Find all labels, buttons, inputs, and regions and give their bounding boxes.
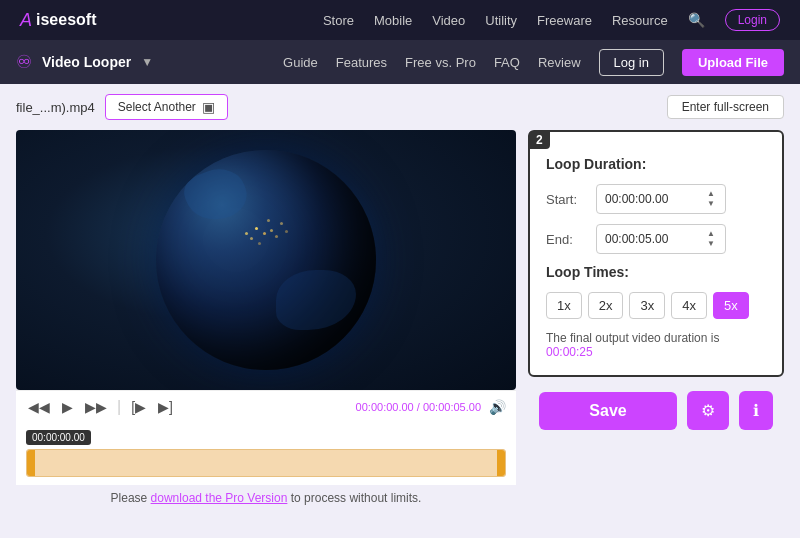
- end-spinner: ▲ ▼: [705, 229, 717, 249]
- start-spin-up[interactable]: ▲: [705, 189, 717, 199]
- loop-2x-button[interactable]: 2x: [588, 292, 624, 319]
- city-lights: [156, 150, 376, 370]
- utility-link[interactable]: Utility: [485, 13, 517, 28]
- controls-divider: |: [117, 398, 121, 416]
- video-controls: ◀◀ ▶ ▶▶ | [▶ ▶] 00:00:00.00 / 00:00:05.0…: [16, 390, 516, 423]
- earth-visual: [156, 150, 376, 370]
- mark-out-button[interactable]: ▶]: [156, 397, 175, 417]
- info-icon-button[interactable]: ℹ: [739, 391, 773, 430]
- log-in-button[interactable]: Log in: [599, 49, 664, 76]
- earth-sphere: [156, 150, 376, 370]
- pro-notice-text: Please: [111, 491, 151, 505]
- pro-version-link[interactable]: download the Pro Version: [151, 491, 288, 505]
- faq-link[interactable]: FAQ: [494, 55, 520, 70]
- pro-notice: Please download the Pro Version to proce…: [16, 491, 516, 505]
- end-time-value: 00:00:05.00: [605, 232, 668, 246]
- loop-times-row: 1x 2x 3x 4x 5x: [546, 292, 766, 319]
- second-nav: ♾ Video Looper ▼ Guide Features Free vs.…: [0, 40, 800, 84]
- timestamp-label: 00:00:00.00: [26, 430, 91, 445]
- duration-label: Loop Duration:: [546, 156, 766, 172]
- second-nav-left: ♾ Video Looper ▼: [16, 51, 153, 73]
- box-number: 2: [529, 131, 550, 149]
- freeware-link[interactable]: Freeware: [537, 13, 592, 28]
- login-button[interactable]: Login: [725, 9, 780, 31]
- logo: A iseesoft: [20, 10, 96, 31]
- end-label: End:: [546, 232, 586, 247]
- mark-in-button[interactable]: [▶: [129, 397, 148, 417]
- start-time-input[interactable]: 00:00:00.00 ▲ ▼: [596, 184, 726, 214]
- output-info: The final output video duration is 00:00…: [546, 331, 766, 359]
- start-time-value: 00:00:00.00: [605, 192, 668, 206]
- loop-3x-button[interactable]: 3x: [629, 292, 665, 319]
- file-name: file_...m).mp4: [16, 100, 95, 115]
- loop-1x-button[interactable]: 1x: [546, 292, 582, 319]
- timeline-handle-right[interactable]: [497, 450, 505, 476]
- timeline-bar[interactable]: [26, 449, 506, 477]
- upload-file-button[interactable]: Upload File: [682, 49, 784, 76]
- fullscreen-button[interactable]: Enter full-screen: [667, 95, 784, 119]
- select-another-button[interactable]: Select Another ▣: [105, 94, 228, 120]
- settings-panel: 2 Loop Duration: Start: 00:00:00.00 ▲ ▼ …: [528, 130, 784, 528]
- second-nav-links: Guide Features Free vs. Pro FAQ Review L…: [283, 49, 784, 76]
- end-spin-down[interactable]: ▼: [705, 239, 717, 249]
- file-bar: file_...m).mp4 Select Another ▣ Enter fu…: [16, 94, 784, 120]
- main-content: file_...m).mp4 Select Another ▣ Enter fu…: [0, 84, 800, 538]
- loop-settings-box: 2 Loop Duration: Start: 00:00:00.00 ▲ ▼ …: [528, 130, 784, 377]
- review-link[interactable]: Review: [538, 55, 581, 70]
- skip-back-button[interactable]: ◀◀: [26, 397, 52, 417]
- play-button[interactable]: ▶: [60, 397, 75, 417]
- video-area: ◀◀ ▶ ▶▶ | [▶ ▶] 00:00:00.00 / 00:00:05.0…: [16, 130, 516, 528]
- timeline-area: 00:00:00.00: [16, 423, 516, 485]
- loop-icon: ♾: [16, 51, 32, 73]
- mobile-link[interactable]: Mobile: [374, 13, 412, 28]
- video-link[interactable]: Video: [432, 13, 465, 28]
- pro-notice-suffix: to process without limits.: [287, 491, 421, 505]
- logo-text: iseesoft: [36, 11, 96, 29]
- start-row: Start: 00:00:00.00 ▲ ▼: [546, 184, 766, 214]
- end-time-input[interactable]: 00:00:05.00 ▲ ▼: [596, 224, 726, 254]
- search-icon[interactable]: 🔍: [688, 12, 705, 28]
- skip-forward-button[interactable]: ▶▶: [83, 397, 109, 417]
- tool-name: Video Looper: [42, 54, 131, 70]
- output-text: The final output video duration is: [546, 331, 719, 345]
- time-display: 00:00:00.00 / 00:00:05.00: [183, 401, 481, 413]
- start-label: Start:: [546, 192, 586, 207]
- top-nav-links: Store Mobile Video Utility Freeware Reso…: [323, 9, 780, 31]
- timeline-handle-left[interactable]: [27, 450, 35, 476]
- end-row: End: 00:00:05.00 ▲ ▼: [546, 224, 766, 254]
- output-time: 00:00:25: [546, 345, 593, 359]
- select-another-label: Select Another: [118, 100, 196, 114]
- end-spin-up[interactable]: ▲: [705, 229, 717, 239]
- loop-4x-button[interactable]: 4x: [671, 292, 707, 319]
- file-info: file_...m).mp4 Select Another ▣: [16, 94, 228, 120]
- store-link[interactable]: Store: [323, 13, 354, 28]
- guide-link[interactable]: Guide: [283, 55, 318, 70]
- loop-5x-button[interactable]: 5x: [713, 292, 749, 319]
- video-frame: [16, 130, 516, 390]
- logo-a: A: [20, 10, 32, 31]
- features-link[interactable]: Features: [336, 55, 387, 70]
- save-button[interactable]: Save: [539, 392, 676, 430]
- save-row: Save ⚙ ℹ: [528, 391, 784, 430]
- video-settings-row: ◀◀ ▶ ▶▶ | [▶ ▶] 00:00:00.00 / 00:00:05.0…: [16, 130, 784, 528]
- settings-icon-button[interactable]: ⚙: [687, 391, 729, 430]
- start-spin-down[interactable]: ▼: [705, 199, 717, 209]
- resource-link[interactable]: Resource: [612, 13, 668, 28]
- free-vs-pro-link[interactable]: Free vs. Pro: [405, 55, 476, 70]
- dropdown-arrow-icon[interactable]: ▼: [141, 55, 153, 69]
- monitor-icon: ▣: [202, 99, 215, 115]
- volume-icon[interactable]: 🔊: [489, 399, 506, 415]
- top-nav: A iseesoft Store Mobile Video Utility Fr…: [0, 0, 800, 40]
- start-spinner: ▲ ▼: [705, 189, 717, 209]
- loop-times-label: Loop Times:: [546, 264, 766, 280]
